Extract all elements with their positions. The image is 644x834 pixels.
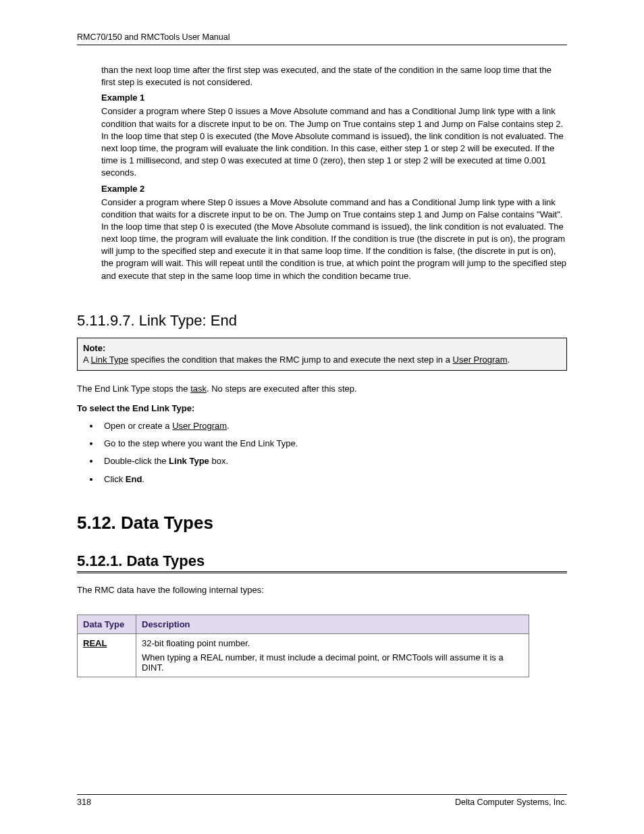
table-header-datatype: Data Type	[78, 615, 136, 634]
list-item: Click End.	[100, 473, 567, 486]
note-pre: A	[83, 355, 91, 365]
desc-line-1: 32-bit floating point number.	[142, 638, 523, 648]
table-cell-desc: 32-bit floating point number. When typin…	[136, 634, 529, 677]
li-text: .	[227, 421, 230, 431]
heading-data-types: 5.12. Data Types	[77, 513, 567, 533]
link-type-link[interactable]: Link Type	[91, 355, 128, 365]
data-types-intro: The RMC data have the following internal…	[77, 584, 567, 596]
example-2-heading: Example 2	[101, 184, 567, 194]
example-1-heading: Example 1	[101, 93, 567, 103]
page-number: 318	[77, 798, 91, 807]
note-mid: specifies the condition that makes the R…	[128, 355, 453, 365]
example-2-text: Consider a program where Step 0 issues a…	[101, 197, 567, 282]
li-bold: Link Type	[169, 456, 209, 466]
end-desc-post: . No steps are executed after this step.	[207, 384, 357, 394]
li-text: Double-click the	[104, 456, 169, 466]
heading-link-type-end: 5.11.9.7. Link Type: End	[77, 312, 567, 330]
table-cell-type: REAL	[78, 634, 136, 677]
list-item: Double-click the Link Type box.	[100, 455, 567, 467]
end-desc-pre: The End Link Type stops the	[77, 384, 190, 394]
user-program-link-2[interactable]: User Program	[172, 421, 227, 431]
desc-line-2: When typing a REAL number, it must inclu…	[142, 652, 523, 673]
user-program-link[interactable]: User Program	[453, 355, 508, 365]
task-link[interactable]: task	[190, 384, 207, 394]
note-post: .	[507, 355, 510, 365]
page-footer: 318 Delta Computer Systems, Inc.	[77, 794, 567, 807]
double-rule	[77, 571, 567, 573]
note-label: Note:	[83, 343, 105, 353]
bullet-list: Open or create a User Program. Go to the…	[100, 420, 567, 486]
data-types-table: Data Type Description REAL 32-bit floati…	[77, 615, 529, 677]
list-item: Open or create a User Program.	[100, 420, 567, 432]
li-text: box.	[209, 456, 228, 466]
to-select-heading: To select the End Link Type:	[77, 403, 567, 413]
li-text: .	[142, 474, 144, 484]
table-header-row: Data Type Description	[78, 615, 529, 634]
table-header-description: Description	[136, 615, 529, 634]
li-bold: End	[126, 474, 142, 484]
li-text: Click	[104, 474, 126, 484]
list-item: Go to the step where you want the End Li…	[100, 438, 567, 450]
note-box: Note: A Link Type specifies the conditio…	[77, 338, 567, 371]
end-link-desc: The End Link Type stops the task. No ste…	[77, 383, 567, 395]
company-name: Delta Computer Systems, Inc.	[455, 798, 567, 807]
real-link[interactable]: REAL	[83, 638, 107, 648]
intro-continuation: than the next loop time after the first …	[101, 64, 567, 88]
page-header: RMC70/150 and RMCTools User Manual	[77, 32, 567, 45]
example-1-text: Consider a program where Step 0 issues a…	[101, 105, 567, 179]
li-text: Open or create a	[104, 421, 172, 431]
table-row: REAL 32-bit floating point number. When …	[78, 634, 529, 677]
heading-data-types-sub: 5.12.1. Data Types	[77, 552, 567, 570]
